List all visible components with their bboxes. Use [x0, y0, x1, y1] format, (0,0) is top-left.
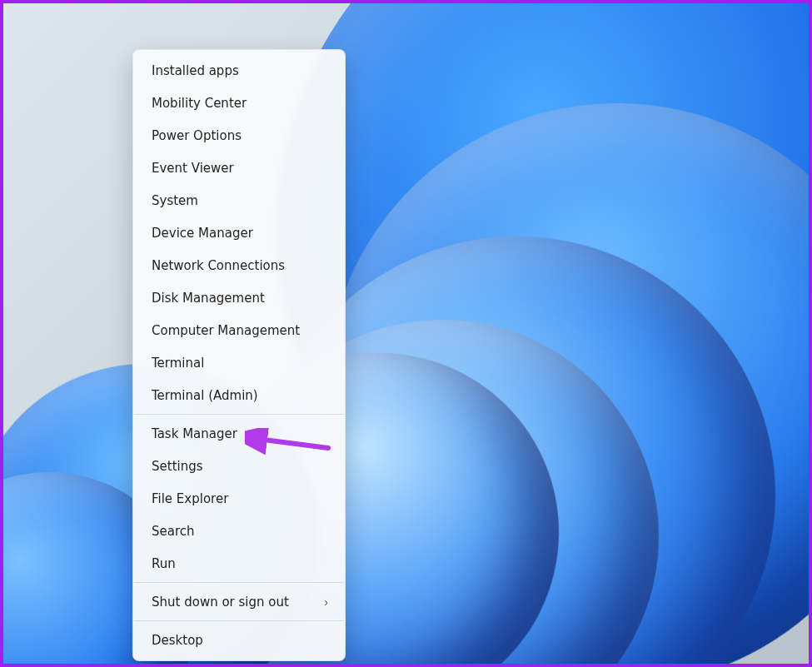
menu-item-label: Disk Management — [152, 291, 265, 306]
menu-item-run[interactable]: Run — [133, 547, 345, 580]
menu-item-label: System — [152, 193, 198, 208]
menu-item-settings[interactable]: Settings — [133, 450, 345, 482]
menu-item-mobility-center[interactable]: Mobility Center — [133, 87, 345, 119]
menu-item-installed-apps[interactable]: Installed apps — [133, 54, 345, 87]
menu-item-label: Installed apps — [152, 63, 239, 78]
menu-item-disk-management[interactable]: Disk Management — [133, 281, 345, 314]
menu-item-computer-management[interactable]: Computer Management — [133, 314, 345, 346]
menu-item-label: File Explorer — [152, 491, 228, 506]
menu-item-file-explorer[interactable]: File Explorer — [133, 482, 345, 515]
menu-item-terminal[interactable]: Terminal — [133, 346, 345, 379]
menu-item-label: Desktop — [152, 633, 203, 648]
menu-item-shut-down-or-sign-out[interactable]: Shut down or sign out› — [133, 585, 345, 618]
menu-item-label: Terminal — [152, 356, 204, 371]
menu-item-label: Task Manager — [152, 426, 237, 441]
chevron-right-icon: › — [324, 595, 328, 609]
menu-item-label: Network Connections — [152, 258, 285, 273]
menu-item-label: Power Options — [152, 128, 242, 143]
menu-separator — [134, 414, 344, 415]
menu-item-label: Event Viewer — [152, 161, 234, 176]
menu-item-desktop[interactable]: Desktop — [133, 624, 345, 656]
menu-item-label: Computer Management — [152, 323, 300, 338]
menu-item-label: Device Manager — [152, 226, 253, 241]
menu-item-event-viewer[interactable]: Event Viewer — [133, 152, 345, 184]
menu-item-power-options[interactable]: Power Options — [133, 119, 345, 152]
menu-item-terminal-admin[interactable]: Terminal (Admin) — [133, 379, 345, 411]
menu-separator — [134, 620, 344, 621]
menu-item-label: Mobility Center — [152, 96, 247, 111]
winx-context-menu[interactable]: Installed appsMobility CenterPower Optio… — [132, 49, 346, 661]
menu-item-label: Search — [152, 524, 195, 539]
menu-item-label: Settings — [152, 459, 203, 474]
menu-item-device-manager[interactable]: Device Manager — [133, 217, 345, 249]
menu-item-label: Shut down or sign out — [152, 595, 289, 610]
menu-item-search[interactable]: Search — [133, 515, 345, 547]
menu-item-network-connections[interactable]: Network Connections — [133, 249, 345, 281]
desktop-area: Installed appsMobility CenterPower Optio… — [0, 0, 812, 667]
menu-item-label: Run — [152, 556, 176, 571]
menu-item-system[interactable]: System — [133, 184, 345, 217]
menu-item-task-manager[interactable]: Task Manager — [133, 417, 345, 450]
menu-separator — [134, 582, 344, 583]
menu-item-label: Terminal (Admin) — [152, 388, 258, 403]
